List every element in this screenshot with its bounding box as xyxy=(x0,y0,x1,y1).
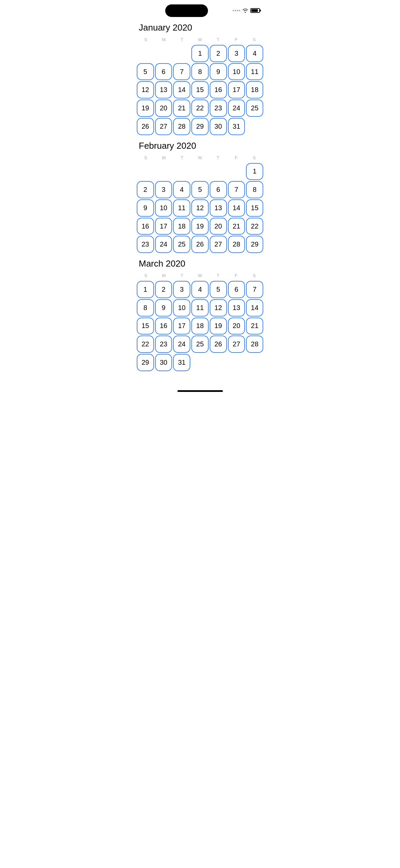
day-cell[interactable]: 11 xyxy=(246,63,263,80)
day-cell[interactable]: 20 xyxy=(210,218,227,235)
day-cell[interactable]: 14 xyxy=(246,299,263,317)
day-cell[interactable]: 11 xyxy=(173,199,190,217)
day-cell[interactable]: 19 xyxy=(210,318,227,335)
day-cell[interactable]: 15 xyxy=(246,199,263,217)
day-cell[interactable]: 11 xyxy=(191,299,209,317)
day-cell[interactable]: 29 xyxy=(137,354,154,371)
day-cell[interactable]: 8 xyxy=(246,181,263,198)
day-cell[interactable]: 2 xyxy=(210,45,227,62)
day-cell[interactable]: 26 xyxy=(137,118,154,135)
day-cell[interactable]: 27 xyxy=(210,236,227,253)
day-cell[interactable]: 7 xyxy=(246,281,263,298)
day-cell[interactable]: 5 xyxy=(210,281,227,298)
day-cell[interactable]: 13 xyxy=(228,299,245,317)
day-cell[interactable]: 25 xyxy=(173,236,190,253)
day-cell[interactable]: 3 xyxy=(228,45,245,62)
day-cell[interactable]: 24 xyxy=(173,336,190,353)
day-cell[interactable]: 19 xyxy=(137,100,154,117)
weekday-label: S xyxy=(137,36,155,43)
day-cell[interactable]: 31 xyxy=(228,118,245,135)
day-cell[interactable]: 23 xyxy=(137,236,154,253)
day-cell[interactable]: 2 xyxy=(155,281,172,298)
weekday-header-0: SMTWTFS xyxy=(137,36,263,43)
day-cell[interactable]: 28 xyxy=(173,118,190,135)
day-cell[interactable]: 15 xyxy=(137,318,154,335)
day-cell[interactable]: 9 xyxy=(210,63,227,80)
day-cell[interactable]: 31 xyxy=(173,354,190,371)
day-cell[interactable]: 4 xyxy=(173,181,190,198)
weekday-label: S xyxy=(245,272,263,279)
day-cell[interactable]: 27 xyxy=(228,336,245,353)
day-cell[interactable]: 5 xyxy=(137,63,154,80)
day-cell[interactable]: 24 xyxy=(228,100,245,117)
day-cell[interactable]: 10 xyxy=(173,299,190,317)
day-cell[interactable]: 3 xyxy=(173,281,190,298)
day-cell[interactable]: 25 xyxy=(191,336,209,353)
day-cell[interactable]: 3 xyxy=(155,181,172,198)
month-title-2: March 2020 xyxy=(139,258,263,269)
day-cell[interactable]: 12 xyxy=(210,299,227,317)
day-cell[interactable]: 26 xyxy=(191,236,209,253)
day-cell[interactable]: 20 xyxy=(228,318,245,335)
day-cell[interactable]: 16 xyxy=(210,81,227,98)
day-cell[interactable]: 17 xyxy=(173,318,190,335)
day-cell[interactable]: 5 xyxy=(191,181,209,198)
day-cell[interactable]: 26 xyxy=(210,336,227,353)
day-cell[interactable]: 16 xyxy=(155,318,172,335)
weekday-label: W xyxy=(191,36,209,43)
day-cell[interactable]: 14 xyxy=(228,199,245,217)
day-cell[interactable]: 6 xyxy=(155,63,172,80)
day-cell[interactable]: 8 xyxy=(137,299,154,317)
day-cell[interactable]: 1 xyxy=(137,281,154,298)
day-cell[interactable]: 21 xyxy=(173,100,190,117)
day-cell[interactable]: 12 xyxy=(137,81,154,98)
day-cell[interactable]: 30 xyxy=(210,118,227,135)
day-cell[interactable]: 18 xyxy=(246,81,263,98)
day-cell[interactable]: 7 xyxy=(228,181,245,198)
day-cell[interactable]: 10 xyxy=(155,199,172,217)
day-cell[interactable]: 2 xyxy=(137,181,154,198)
day-cell[interactable]: 22 xyxy=(246,218,263,235)
day-cell[interactable]: 6 xyxy=(228,281,245,298)
day-cell[interactable]: 13 xyxy=(210,199,227,217)
calendar-grid-2: 1234567891011121314151617181920212223242… xyxy=(137,281,263,371)
day-cell[interactable]: 1 xyxy=(246,163,263,180)
day-cell[interactable]: 21 xyxy=(246,318,263,335)
day-cell[interactable]: 28 xyxy=(246,336,263,353)
day-cell[interactable]: 9 xyxy=(155,299,172,317)
day-cell[interactable]: 28 xyxy=(228,236,245,253)
day-cell[interactable]: 29 xyxy=(246,236,263,253)
day-cell[interactable]: 23 xyxy=(210,100,227,117)
weekday-label: F xyxy=(227,154,245,162)
day-cell[interactable]: 22 xyxy=(137,336,154,353)
day-cell[interactable]: 12 xyxy=(191,199,209,217)
day-cell[interactable]: 9 xyxy=(137,199,154,217)
day-cell[interactable]: 10 xyxy=(228,63,245,80)
day-cell[interactable]: 1 xyxy=(191,45,209,62)
weekday-header-2: SMTWTFS xyxy=(137,272,263,279)
day-cell[interactable]: 18 xyxy=(173,218,190,235)
day-cell[interactable]: 4 xyxy=(191,281,209,298)
day-cell[interactable]: 15 xyxy=(191,81,209,98)
day-cell[interactable]: 14 xyxy=(173,81,190,98)
day-cell[interactable]: 20 xyxy=(155,100,172,117)
day-cell[interactable]: 24 xyxy=(155,236,172,253)
day-cell[interactable]: 30 xyxy=(155,354,172,371)
day-cell[interactable]: 17 xyxy=(228,81,245,98)
day-cell[interactable]: 8 xyxy=(191,63,209,80)
day-cell[interactable]: 13 xyxy=(155,81,172,98)
day-cell[interactable]: 29 xyxy=(191,118,209,135)
day-cell[interactable]: 21 xyxy=(228,218,245,235)
day-cell[interactable]: 25 xyxy=(246,100,263,117)
day-cell[interactable]: 7 xyxy=(173,63,190,80)
day-cell[interactable]: 22 xyxy=(191,100,209,117)
day-cell[interactable]: 27 xyxy=(155,118,172,135)
day-cell[interactable]: 23 xyxy=(155,336,172,353)
day-cell[interactable]: 19 xyxy=(191,218,209,235)
empty-cell xyxy=(173,163,190,180)
day-cell[interactable]: 16 xyxy=(137,218,154,235)
day-cell[interactable]: 17 xyxy=(155,218,172,235)
day-cell[interactable]: 18 xyxy=(191,318,209,335)
day-cell[interactable]: 4 xyxy=(246,45,263,62)
day-cell[interactable]: 6 xyxy=(210,181,227,198)
